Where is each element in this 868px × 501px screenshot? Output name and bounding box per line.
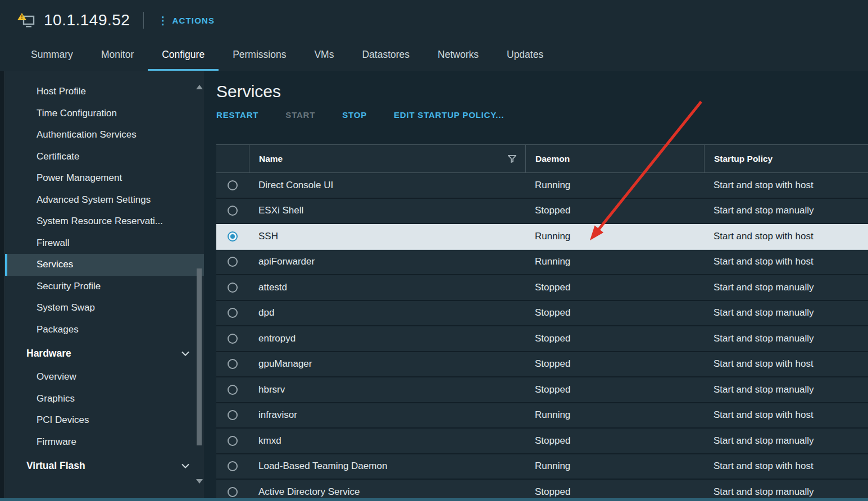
startup-policy: Start and stop with host [704,256,868,267]
row-select-radio[interactable] [228,231,238,242]
service-name: Load-Based Teaming Daemon [249,461,525,472]
stop-button[interactable]: STOP [342,110,367,120]
table-row-attestd[interactable]: attestdStoppedStart and stop manually [216,275,868,301]
row-select-radio[interactable] [228,334,238,344]
sidebar-item-certificate[interactable]: Certificate [5,146,204,168]
collapsed-panel-edge [0,71,5,501]
row-select-radio[interactable] [228,385,238,395]
sidebar-item-system-resource-reservati[interactable]: System Resource Reservati... [5,211,204,233]
service-name: apiForwarder [249,256,525,267]
daemon-status: Stopped [525,205,704,216]
table-row-hbrsrv[interactable]: hbrsrvStoppedStart and stop manually [216,377,868,403]
sidebar-item-services[interactable]: Services [5,254,204,276]
service-name: hbrsrv [249,384,525,395]
row-select-radio[interactable] [228,436,238,446]
service-name: entropyd [249,333,525,344]
table-row-load-based-teaming-daemon[interactable]: Load-Based Teaming DaemonRunningStart an… [216,454,868,480]
sidebar-item-graphics[interactable]: Graphics [5,388,204,410]
table-row-kmxd[interactable]: kmxdStoppedStart and stop manually [216,429,868,454]
row-select-radio[interactable] [228,283,238,293]
tab-vms[interactable]: VMs [300,40,348,71]
table-row-ssh[interactable]: SSHRunningStart and stop with host [216,224,868,250]
service-name: dpd [249,307,525,318]
configure-sidebar: Host ProfileTime ConfigurationAuthentica… [5,71,204,501]
row-select-radio[interactable] [228,308,238,318]
sidebar-item-firewall[interactable]: Firewall [5,233,204,254]
sidebar-item-host-profile[interactable]: Host Profile [5,81,204,103]
sidebar-item-advanced-system-settings[interactable]: Advanced System Settings [5,189,204,211]
row-select-radio[interactable] [228,206,238,216]
startup-policy: Start and stop manually [704,435,868,447]
tab-updates[interactable]: Updates [493,40,557,71]
triangle-up-icon [196,85,203,89]
triangle-down-icon [196,479,203,484]
table-row-direct-console-ui[interactable]: Direct Console UIRunningStart and stop w… [216,173,868,199]
titlebar-divider [143,12,144,29]
service-name: Direct Console UI [249,180,525,191]
sidebar-item-system-swap[interactable]: System Swap [5,297,204,319]
table-row-entropyd[interactable]: entropydStoppedStart and stop manually [216,326,868,352]
sidebar-scrollbar[interactable] [194,71,204,501]
startup-policy-column-header[interactable]: Startup Policy [704,145,868,172]
sidebar-item-packages[interactable]: Packages [5,319,204,341]
startup-policy: Start and stop manually [704,384,868,395]
table-row-dpd[interactable]: dpdStoppedStart and stop manually [216,301,868,327]
row-select-cell [216,487,249,497]
row-select-radio[interactable] [228,461,238,471]
edit-startup-policy-button[interactable]: EDIT STARTUP POLICY... [394,110,504,120]
content-area: Host ProfileTime ConfigurationAuthentica… [5,71,868,501]
startup-policy: Start and stop manually [704,282,868,293]
sidebar-item-security-profile[interactable]: Security Profile [5,276,204,298]
row-select-cell [216,410,249,420]
service-name: SSH [249,231,525,242]
row-select-radio[interactable] [228,257,238,267]
service-name: Active Directory Service [249,486,525,498]
tab-permissions[interactable]: Permissions [219,40,300,71]
filter-icon[interactable] [508,155,516,163]
sidebar-section-label: Hardware [26,348,71,359]
name-column-header[interactable]: Name [249,145,525,172]
actions-menu-button[interactable]: ⋮ ACTIONS [157,15,215,26]
row-select-cell [216,206,249,216]
sidebar-item-power-management[interactable]: Power Management [5,167,204,189]
startup-policy: Start and stop with host [704,231,868,242]
startup-policy: Start and stop manually [704,333,868,344]
row-select-cell [216,359,249,369]
daemon-status: Stopped [525,435,704,447]
daemon-status: Running [525,231,704,242]
tab-networks[interactable]: Networks [424,40,493,71]
table-row-gpumanager[interactable]: gpuManagerStoppedStart and stop with hos… [216,352,868,378]
chevron-down-icon [181,463,189,468]
tab-configure[interactable]: Configure [148,40,219,71]
row-select-radio[interactable] [228,180,238,190]
sidebar-section-virtual-flash[interactable]: Virtual Flash [5,453,204,479]
tab-monitor[interactable]: Monitor [87,40,148,71]
sidebar-item-authentication-services[interactable]: Authentication Services [5,124,204,146]
sidebar-item-time-configuration[interactable]: Time Configuration [5,103,204,125]
start-button[interactable]: START [285,110,315,120]
scroll-up-button[interactable] [194,82,204,92]
sidebar-item-firmware[interactable]: Firmware [5,431,204,453]
daemon-status: Stopped [525,486,704,498]
row-select-radio[interactable] [228,487,238,497]
startup-policy: Start and stop with host [704,409,868,421]
table-row-apiforwarder[interactable]: apiForwarderRunningStart and stop with h… [216,250,868,276]
daemon-column-header[interactable]: Daemon [525,145,704,172]
table-row-esxi-shell[interactable]: ESXi ShellStoppedStart and stop manually [216,199,868,225]
tab-summary[interactable]: Summary [17,40,87,71]
service-name: kmxd [249,435,525,447]
services-toolbar: RESTARTSTARTSTOPEDIT STARTUP POLICY... [216,110,868,120]
row-select-cell [216,257,249,267]
scroll-down-button[interactable] [194,476,204,486]
row-select-radio[interactable] [228,359,238,369]
scrollbar-thumb[interactable] [197,268,202,445]
host-ip: 10.1.149.52 [44,11,130,29]
sidebar-section-hardware[interactable]: Hardware [5,340,204,366]
table-row-infravisor[interactable]: infravisorRunningStart and stop with hos… [216,403,868,429]
daemon-status: Stopped [525,358,704,370]
sidebar-item-overview[interactable]: Overview [5,366,204,388]
tab-datastores[interactable]: Datastores [348,40,424,71]
restart-button[interactable]: RESTART [216,110,258,120]
sidebar-item-pci-devices[interactable]: PCI Devices [5,409,204,431]
row-select-radio[interactable] [228,410,238,420]
